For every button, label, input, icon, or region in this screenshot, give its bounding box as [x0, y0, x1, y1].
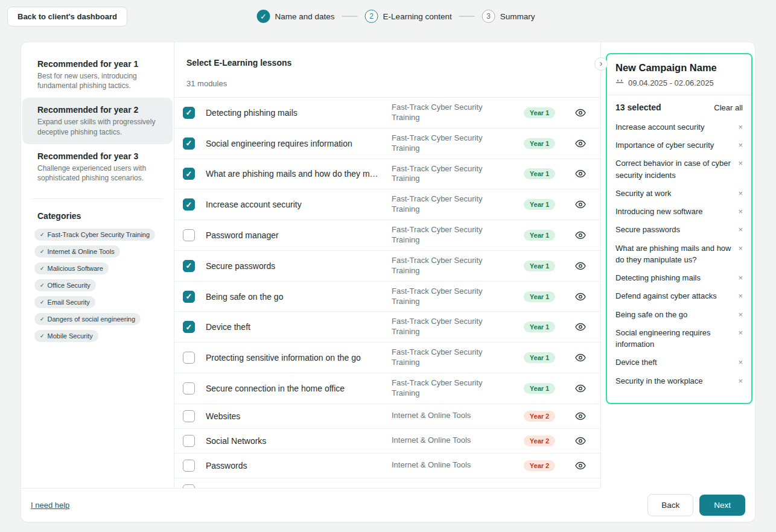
- lesson-checkbox[interactable]: [183, 460, 195, 472]
- preview-button[interactable]: [574, 168, 587, 179]
- stepper: ✓ Name and dates 2 E-Learning content 3 …: [257, 10, 535, 23]
- preview-button[interactable]: [574, 383, 587, 394]
- recommendations-sidebar: Recommended for year 1 Best for new user…: [21, 42, 174, 489]
- step-name-and-dates[interactable]: ✓ Name and dates: [257, 10, 335, 23]
- lesson-row: Detecting phishing mails Fast-Track Cybe…: [174, 98, 600, 128]
- preview-button[interactable]: [574, 138, 587, 149]
- step-summary[interactable]: 3 Summary: [482, 10, 535, 23]
- lessons-table: Detecting phishing mails Fast-Track Cybe…: [174, 98, 600, 488]
- preview-button[interactable]: [574, 435, 587, 446]
- wizard-card: › Recommended for year 1 Best for new us…: [21, 42, 755, 522]
- help-link[interactable]: I need help: [31, 501, 69, 510]
- lesson-checkbox[interactable]: [183, 107, 195, 119]
- selected-lesson-label: Social engineering requires information: [615, 327, 732, 350]
- lesson-checkbox[interactable]: [183, 291, 195, 303]
- next-button[interactable]: Next: [699, 495, 745, 516]
- category-chip[interactable]: ✓ Malicious Software: [34, 262, 109, 274]
- remove-icon[interactable]: ×: [738, 356, 743, 368]
- remove-icon[interactable]: ×: [738, 327, 743, 338]
- remove-icon[interactable]: ×: [738, 157, 743, 169]
- lesson-category: Fast-Track Cyber Security Training: [392, 256, 506, 276]
- recommendation-item[interactable]: Recommended for year 1 Best for new user…: [22, 52, 173, 98]
- selected-lesson-label: Device theft: [615, 356, 657, 368]
- remove-icon[interactable]: ×: [738, 290, 743, 302]
- recommendation-description: Expand user skills with progressively de…: [37, 117, 157, 136]
- eye-icon: [575, 293, 586, 301]
- campaign-summary-box: New Campaign Name 09.04.2025 - 02.06.202…: [606, 53, 752, 404]
- remove-icon[interactable]: ×: [738, 375, 743, 387]
- preview-button[interactable]: [574, 321, 587, 332]
- lesson-name: What are phishing mails and how do they …: [206, 169, 381, 179]
- category-chip-label: Mobile Security: [48, 332, 93, 340]
- preview-button[interactable]: [574, 199, 587, 210]
- collapse-panel-button[interactable]: ›: [594, 57, 608, 71]
- top-bar: Back to client's dashboard ✓ Name and da…: [0, 0, 776, 33]
- preview-button[interactable]: [574, 411, 587, 422]
- lessons-title: Select E-Learning lessons: [186, 58, 588, 68]
- preview-button[interactable]: [574, 291, 587, 302]
- preview-button[interactable]: [574, 107, 587, 118]
- step-label: Name and dates: [275, 12, 335, 21]
- category-chip[interactable]: ✓ Fast-Track Cyber Security Training: [34, 229, 155, 241]
- lesson-checkbox[interactable]: [183, 435, 195, 447]
- selected-lesson-item: Detecting phishing mails ×: [615, 272, 743, 283]
- back-to-dashboard-button[interactable]: Back to client's dashboard: [7, 7, 127, 27]
- category-chip[interactable]: ✓ Mobile Security: [34, 330, 98, 342]
- lesson-checkbox[interactable]: [183, 138, 195, 150]
- preview-button[interactable]: [574, 261, 587, 271]
- lesson-category: Fast-Track Cyber Security Training: [392, 103, 506, 123]
- eye-icon: [575, 262, 586, 270]
- category-chip[interactable]: ✓ Email Security: [34, 296, 95, 308]
- check-icon: ✓: [40, 316, 45, 322]
- lesson-year-badge: Year 1: [524, 168, 555, 179]
- selected-lesson-item: What are phishing mails and how do they …: [615, 242, 743, 265]
- lesson-checkbox[interactable]: [183, 321, 195, 333]
- category-chip[interactable]: ✓ Dangers of social engineering: [34, 313, 141, 325]
- lesson-checkbox[interactable]: [183, 168, 195, 180]
- preview-button[interactable]: [574, 352, 587, 363]
- step-elearning-content[interactable]: 2 E-Learning content: [365, 10, 452, 23]
- selected-lesson-label: Importance of cyber security: [615, 139, 714, 151]
- lesson-row: Passwords Internet & Online Tools Year 2: [174, 454, 600, 478]
- selected-lesson-item: Importance of cyber security ×: [615, 139, 743, 151]
- selected-lesson-label: What are phishing mails and how do they …: [615, 242, 732, 265]
- remove-icon[interactable]: ×: [738, 224, 743, 235]
- remove-icon[interactable]: ×: [738, 242, 743, 254]
- lesson-category: Fast-Track Cyber Security Training: [392, 133, 506, 154]
- lesson-checkbox[interactable]: [183, 382, 195, 394]
- remove-icon[interactable]: ×: [738, 139, 743, 151]
- clear-all-button[interactable]: Clear all: [714, 103, 743, 112]
- remove-icon[interactable]: ×: [738, 272, 743, 283]
- lesson-checkbox[interactable]: [183, 260, 195, 272]
- lesson-checkbox[interactable]: [183, 484, 195, 488]
- remove-icon[interactable]: ×: [738, 206, 743, 217]
- eye-icon: [575, 353, 586, 362]
- lesson-category: Fast-Track Cyber Security Training: [392, 194, 506, 215]
- selected-lesson-item: Security in the workplace ×: [615, 375, 743, 387]
- category-chip[interactable]: ✓ Internet & Online Tools: [34, 245, 120, 258]
- step-connector: [459, 16, 475, 17]
- remove-icon[interactable]: ×: [738, 121, 743, 133]
- eye-icon: [575, 109, 586, 117]
- lesson-row: Social Networks Internet & Online Tools …: [174, 429, 600, 454]
- remove-icon[interactable]: ×: [738, 188, 743, 199]
- step-label: E-Learning content: [383, 12, 452, 21]
- remove-icon[interactable]: ×: [738, 309, 743, 320]
- back-button[interactable]: Back: [647, 494, 693, 516]
- lesson-name: Secure passwords: [206, 261, 381, 271]
- lesson-name: Being safe on the go: [206, 292, 381, 302]
- lesson-row: Websites Internet & Online Tools Year 2: [174, 404, 600, 429]
- lesson-checkbox[interactable]: [183, 352, 195, 364]
- preview-button[interactable]: [574, 230, 587, 241]
- preview-button[interactable]: [574, 460, 587, 471]
- lesson-checkbox[interactable]: [183, 410, 195, 422]
- lesson-checkbox[interactable]: [183, 229, 195, 241]
- category-chip-label: Malicious Software: [48, 265, 103, 272]
- lesson-checkbox[interactable]: [183, 198, 195, 211]
- lesson-name: Websites: [206, 411, 381, 421]
- category-chip[interactable]: ✓ Office Security: [34, 279, 96, 291]
- recommendation-title: Recommended for year 2: [37, 105, 157, 115]
- recommendation-item[interactable]: Recommended for year 3 Challenge experie…: [22, 144, 173, 190]
- lesson-year-badge: Year 1: [524, 291, 555, 302]
- recommendation-item[interactable]: Recommended for year 2 Expand user skill…: [22, 98, 173, 144]
